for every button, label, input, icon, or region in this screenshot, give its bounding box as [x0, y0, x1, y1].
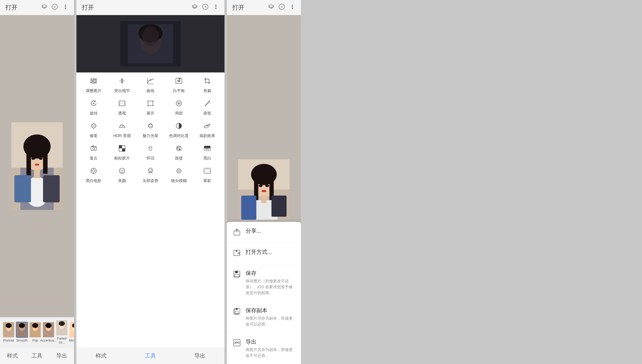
more-icon-3[interactable] — [289, 4, 295, 12]
tool-label-brush: 画笔 — [203, 110, 211, 116]
thumbnail-pop[interactable]: Pop — [30, 322, 41, 342]
tool-local[interactable]: 局部 — [168, 100, 189, 116]
tool-spotted[interactable]: 斑驳 — [168, 144, 189, 161]
info-icon-2[interactable]: i — [202, 4, 208, 12]
vignette-icon — [203, 167, 211, 176]
open-button-2[interactable]: 打开 — [82, 3, 94, 12]
tool-bw[interactable]: 黑白 — [197, 144, 218, 161]
tool-label-wb: 白平衡 — [173, 88, 185, 94]
layers-icon-2[interactable] — [192, 4, 198, 12]
tool-crop[interactable]: 剪裁 — [197, 77, 218, 94]
lensblur-icon — [175, 167, 183, 176]
thumbnail-smooth[interactable]: Smooth — [16, 322, 28, 342]
hdr-icon — [118, 122, 126, 131]
photo-1 — [11, 122, 63, 210]
menu-item-savecopy[interactable]: 保存副本 将图片另存为副本，所做更改可以还原。 — [227, 301, 301, 333]
thumbnail-accentua[interactable]: Accentua... — [43, 322, 54, 342]
svg-point-96 — [292, 4, 293, 6]
photo-3 — [238, 159, 289, 220]
svg-point-27 — [32, 323, 38, 328]
info-icon-1[interactable]: i — [52, 4, 58, 12]
svg-text:W: W — [177, 79, 180, 83]
svg-point-63 — [148, 124, 153, 128]
thumbnail-portrait[interactable]: Portrait — [3, 322, 14, 342]
tool-headpose[interactable]: 头部姿势 — [140, 167, 161, 183]
svg-rect-14 — [43, 175, 60, 202]
tool-grain[interactable]: 粗粒胶片 — [112, 144, 133, 161]
tool-adjust[interactable]: 调整图片 — [83, 77, 104, 94]
header-3: 打开 i — [227, 0, 301, 15]
tool-tonecontrast[interactable]: 色调对比度 — [168, 122, 189, 138]
save-icon — [233, 270, 241, 280]
svg-rect-108 — [261, 196, 267, 203]
tool-retro[interactable]: 复古 — [83, 144, 104, 161]
tool-label-grain: 粗粒胶片 — [114, 156, 130, 161]
tab-export-2[interactable]: 导出 — [190, 350, 210, 361]
open-button-3[interactable]: 打开 — [232, 3, 244, 12]
nostalgia-icon — [147, 144, 154, 154]
tool-beauty[interactable]: 美颜 — [112, 167, 133, 183]
headpose-icon — [147, 167, 154, 176]
tool-label-bw: 黑白 — [203, 156, 211, 161]
svg-point-84 — [123, 170, 123, 171]
bottom-bar-2: 样式 工具 导出 — [77, 348, 224, 364]
tool-wb[interactable]: W 白平衡 — [168, 77, 189, 94]
tool-perspective[interactable]: 透视 — [112, 100, 133, 116]
menu-item-save-title: 保存 — [246, 270, 295, 277]
menu-item-share[interactable]: 分享... — [227, 222, 301, 243]
tool-brush[interactable]: 画笔 — [197, 100, 218, 116]
tool-lensblur[interactable]: 镜头模糊 — [168, 167, 189, 183]
tool-label-curve: 曲线 — [147, 88, 154, 94]
thumbnail-strip-1: Portrait Smooth Pop Accentua... Faded Gl… — [0, 317, 74, 348]
tab-tools-2[interactable]: 工具 — [141, 350, 160, 361]
menu-item-share-title: 分享... — [246, 227, 295, 235]
svg-rect-72 — [119, 145, 122, 148]
menu-item-openwith-title: 打开方式... — [246, 248, 295, 256]
tab-style-2[interactable]: 样式 — [91, 350, 111, 361]
beauty-icon — [118, 167, 126, 176]
tool-curve[interactable]: 曲线 — [140, 77, 161, 94]
bw-icon — [203, 144, 211, 154]
tool-hdr[interactable]: HDR 景观 — [112, 122, 133, 138]
tool-rotate[interactable]: 旋转 — [83, 100, 104, 116]
svg-point-97 — [292, 6, 293, 7]
more-icon-1[interactable] — [62, 4, 69, 12]
export-icon: JPG — [233, 339, 241, 348]
menu-item-savecopy-title: 保存副本 — [246, 307, 295, 314]
layers-icon-3[interactable] — [268, 4, 274, 12]
tool-label-expand: 展开 — [147, 110, 154, 116]
image-area-1 — [0, 15, 74, 317]
tab-tools-1[interactable]: 工具 — [27, 350, 47, 361]
svg-point-87 — [151, 170, 152, 170]
menu-item-openwith[interactable]: 打开方式... — [227, 243, 301, 264]
tool-heal[interactable]: 修复 — [83, 122, 104, 138]
tool-drama[interactable]: 戏剧效果 — [197, 122, 218, 138]
menu-item-export[interactable]: JPG 导出 将图片另存为副本，所做更改不可还原。 — [227, 333, 301, 364]
layers-icon-1[interactable] — [41, 4, 48, 12]
tool-expand[interactable]: 展开 — [140, 100, 161, 116]
tools-row-2: 旋转 透视 — [80, 100, 221, 116]
heal-icon — [90, 122, 98, 131]
tab-export-1[interactable]: 导出 — [52, 350, 72, 361]
context-menu: 分享... 打开方式... — [227, 222, 301, 364]
svg-point-46 — [142, 26, 159, 46]
bottom-bar-1: 样式 工具 导出 — [0, 348, 74, 364]
tool-vignette[interactable]: 晕影 — [197, 167, 218, 183]
svg-rect-73 — [122, 148, 125, 151]
open-button-1[interactable]: 打开 — [6, 3, 18, 12]
tool-bwfilm[interactable]: 黑白电影 — [83, 167, 104, 183]
more-icon-2[interactable] — [213, 4, 219, 12]
tab-style-1[interactable]: 样式 — [3, 350, 22, 361]
tool-detail[interactable]: 突出细节 — [112, 77, 133, 94]
wb-icon: W — [175, 77, 183, 86]
svg-text:i: i — [205, 5, 206, 9]
thumbnail-morning[interactable]: Morning — [70, 322, 74, 342]
thumbnail-img-pop — [30, 322, 41, 337]
tool-label-vignette: 晕影 — [203, 178, 211, 183]
header-icons-2: i — [192, 4, 219, 12]
menu-item-save[interactable]: 保存 保存图片（所做更改可还原）。iOS 会要求您授予修改照片的权限。 — [227, 264, 301, 301]
info-icon-3[interactable]: i — [278, 4, 285, 12]
tool-nostalgia[interactable]: 怀旧 — [140, 144, 161, 161]
thumbnail-fadedgl[interactable]: Faded Gl... — [56, 320, 67, 344]
tool-glamour[interactable]: 魅力光晕 — [140, 122, 161, 138]
